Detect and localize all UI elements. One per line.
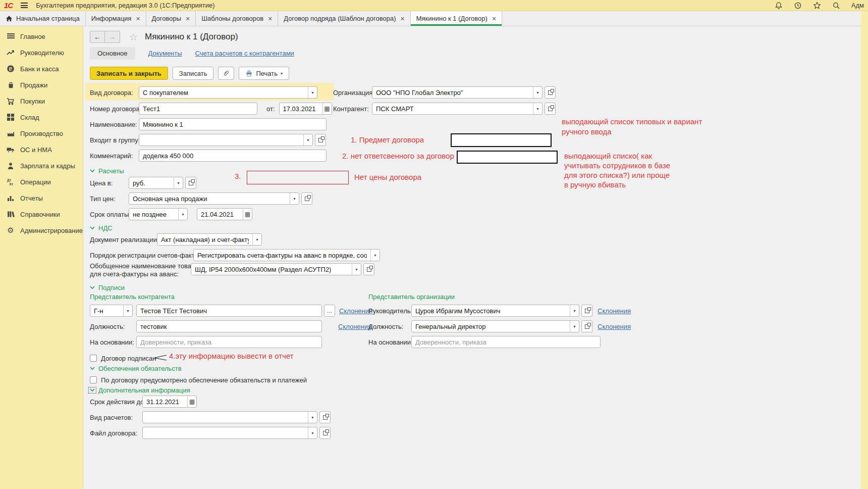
- organization-field[interactable]: ▾: [372, 86, 542, 99]
- history-icon[interactable]: [794, 2, 802, 10]
- secured-checkbox[interactable]: [90, 376, 97, 383]
- sidebar-item-os-nma[interactable]: ОС и НМА: [0, 141, 83, 158]
- open-button[interactable]: [315, 134, 326, 146]
- print-button[interactable]: Печать ▾: [239, 67, 289, 80]
- save-button[interactable]: Записать: [173, 67, 214, 80]
- section-vat[interactable]: НДС: [90, 223, 113, 232]
- comment-field[interactable]: [139, 150, 327, 162]
- forward-button[interactable]: →: [105, 31, 120, 43]
- sidebar-item-warehouse[interactable]: Склад: [0, 109, 83, 125]
- tab-label: Информация: [91, 15, 132, 22]
- page-title: Мякинино к 1 (Договор): [145, 32, 238, 42]
- tab-close-icon[interactable]: ×: [186, 15, 190, 22]
- nav-accounts[interactable]: Счета расчетов с контрагентами: [195, 50, 294, 57]
- rep-basis-field[interactable]: [136, 336, 322, 348]
- valid-until-field[interactable]: ▦: [142, 396, 197, 408]
- printer-icon: [245, 70, 253, 77]
- save-close-button[interactable]: Записать и закрыть: [90, 67, 168, 80]
- menu-lines-icon: [6, 33, 15, 40]
- sidebar-item-bank-cash[interactable]: Р Банк и касса: [0, 61, 83, 77]
- payment-date-field[interactable]: ▦: [197, 208, 252, 220]
- org-position-field[interactable]: ▾: [411, 320, 579, 332]
- counterparty-field[interactable]: ▾: [372, 103, 542, 115]
- section-signatures[interactable]: Подписи: [90, 283, 125, 292]
- generic-goods-field[interactable]: ▾: [191, 263, 361, 275]
- tab-close-icon[interactable]: ×: [401, 15, 405, 22]
- sidebar-item-directories[interactable]: Справочники: [0, 206, 83, 222]
- favorites-star-icon[interactable]: [813, 2, 821, 10]
- sidebar-item-administration[interactable]: ⚙ Администрирование: [0, 222, 83, 238]
- contract-date-field[interactable]: ▦: [279, 103, 332, 115]
- open-button[interactable]: [319, 411, 331, 423]
- tab-info[interactable]: Информация ×: [86, 11, 146, 26]
- chevron-down-icon: [90, 169, 95, 173]
- open-button[interactable]: [185, 177, 196, 189]
- attach-paperclip-button[interactable]: [218, 67, 234, 80]
- contract-file-field[interactable]: ▾: [142, 427, 317, 439]
- sale-doc-field[interactable]: ▾: [157, 233, 262, 246]
- ellipsis-button[interactable]: ...: [324, 305, 335, 317]
- tab-contract-template-doc[interactable]: Договор подряда (Шаблон договора) ×: [278, 11, 410, 26]
- sidebar-item-production[interactable]: Производство: [0, 125, 83, 141]
- tab-contract-myakinino[interactable]: Мякинино к 1 (Договор) ×: [411, 11, 502, 26]
- sidebar-item-salary-hr[interactable]: Зарплата и кадры: [0, 158, 83, 174]
- user-name[interactable]: Адм: [851, 2, 864, 9]
- nav-documents[interactable]: Документы: [148, 50, 182, 57]
- open-button[interactable]: [363, 263, 374, 275]
- open-button[interactable]: [545, 103, 556, 115]
- open-button[interactable]: [545, 86, 556, 99]
- payment-term-field[interactable]: ▾: [129, 208, 188, 220]
- tab-contracts[interactable]: Договоры ×: [146, 11, 196, 26]
- notifications-bell-icon[interactable]: [775, 2, 783, 10]
- currency-field[interactable]: ▾: [129, 177, 183, 189]
- tab-close-icon[interactable]: ×: [492, 15, 496, 22]
- sidebar-item-purchases[interactable]: Покупки: [0, 93, 83, 109]
- tab-home[interactable]: Начальная страница: [0, 11, 86, 26]
- price-type-field[interactable]: ▾: [129, 192, 299, 205]
- annotation-1-note-line1: выподающий список типовых и вариант: [562, 117, 702, 126]
- sidebar: Главное Руководителю Р Банк и касса Прод…: [0, 26, 83, 489]
- group-field[interactable]: ▾: [139, 134, 313, 146]
- dropdown-icon: ▾: [290, 193, 299, 204]
- favorite-star-icon[interactable]: ☆: [129, 31, 138, 43]
- bag-icon: [6, 81, 15, 89]
- back-button[interactable]: ←: [90, 31, 105, 43]
- sidebar-item-sales[interactable]: Продажи: [0, 77, 83, 93]
- name-field[interactable]: [139, 118, 327, 130]
- section-extra-info[interactable]: Дополнительная информация: [90, 385, 190, 395]
- signed-checkbox[interactable]: [90, 355, 97, 362]
- dropdown-icon: ▾: [570, 305, 579, 316]
- annotation-3-number: 3.: [235, 172, 241, 180]
- declension-link[interactable]: Склонения: [339, 307, 372, 315]
- contract-type-field[interactable]: ▾: [139, 86, 317, 99]
- declension-link[interactable]: Склонения: [338, 323, 371, 330]
- tab-contract-templates[interactable]: Шаблоны договоров ×: [196, 11, 278, 26]
- open-button[interactable]: [581, 305, 592, 317]
- contract-number-field[interactable]: [139, 103, 257, 115]
- tab-label: Шаблоны договоров: [201, 15, 263, 22]
- section-calculations[interactable]: Расчеты: [90, 166, 124, 175]
- open-button[interactable]: [301, 192, 312, 205]
- invoice-registration-field[interactable]: ▾: [193, 249, 380, 261]
- tab-close-icon[interactable]: ×: [136, 15, 140, 22]
- open-button[interactable]: [581, 320, 592, 332]
- sidebar-item-reports[interactable]: Отчеты: [0, 190, 83, 206]
- head-field[interactable]: ▾: [411, 305, 579, 317]
- section-obligations[interactable]: Обеспечения обязательств: [90, 364, 182, 373]
- open-button[interactable]: [319, 427, 331, 439]
- declension-link[interactable]: Склонения: [598, 307, 631, 315]
- sidebar-item-manager[interactable]: Руководителю: [0, 44, 83, 61]
- search-icon[interactable]: [832, 2, 840, 10]
- salutation-field[interactable]: ▾: [90, 305, 133, 317]
- dropdown-icon: ▾: [533, 103, 542, 114]
- calc-kind-field[interactable]: ▾: [142, 411, 317, 423]
- declension-link[interactable]: Склонения: [598, 323, 631, 330]
- org-basis-field[interactable]: [411, 336, 601, 348]
- sidebar-item-main[interactable]: Главное: [0, 28, 83, 44]
- tab-close-icon[interactable]: ×: [268, 15, 272, 22]
- main-menu-icon[interactable]: [21, 3, 28, 8]
- rep-name-field[interactable]: [136, 305, 322, 317]
- rep-position-field[interactable]: [136, 320, 322, 332]
- sidebar-item-operations[interactable]: ДтКт Операции: [0, 174, 83, 190]
- nav-main[interactable]: Основное: [90, 47, 135, 60]
